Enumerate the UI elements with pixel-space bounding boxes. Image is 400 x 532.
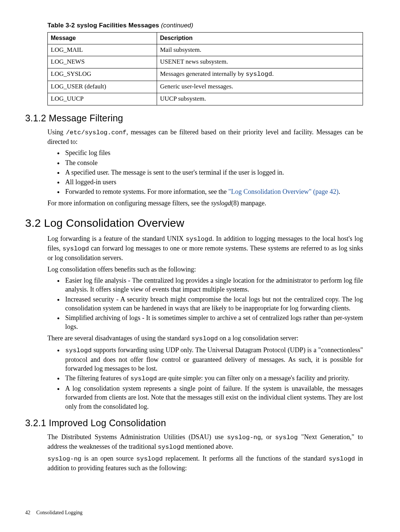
cell-message: LOG_UUCP [48,93,157,105]
paragraph: Using /etc/syslog.conf, messages can be … [47,128,363,146]
cell-message: LOG_USER (default) [48,81,157,93]
list-item: A log consolidation system represents a … [64,384,363,411]
heading-3-2-1: 3.2.1 Improved Log Consolidation [25,417,363,430]
table-caption: Table 3-2 syslog Facilities Messages (co… [47,21,363,30]
footer-title: Consolidated Logging [36,510,83,515]
table-header-row: Message Description [48,32,363,44]
table-row: LOG_USER (default) Generic user-level me… [48,81,363,93]
link-log-consolidation-overview[interactable]: "Log Consolidation Overview" (page 42) [228,188,339,195]
document-page: Table 3-2 syslog Facilities Messages (co… [0,0,400,532]
bullet-list: Specific log files The console A specifi… [47,148,363,196]
list-item: syslogd supports forwarding using UDP on… [64,346,363,373]
col-header-message: Message [48,32,157,44]
heading-3-1-2: 3.1.2 Message Filtering [25,112,363,125]
list-item: The console [64,158,363,167]
cell-description: Mail subsystem. [157,44,363,56]
facilities-table: Message Description LOG_MAIL Mail subsys… [47,32,363,105]
section-3-2-body: Log forwarding is a feature of the stand… [47,234,363,411]
list-item: Forwarded to remote systems. For more in… [64,187,363,196]
table-caption-continued: (continued) [161,22,193,29]
paragraph: Log consolidation offers benefits such a… [47,265,363,274]
cell-message: LOG_SYSLOG [48,68,157,81]
paragraph: Log forwarding is a feature of the stand… [47,234,363,262]
list-item: Specific log files [64,148,363,157]
table-row: LOG_NEWS USENET news subsystem. [48,56,363,68]
section-3-1-2-body: Using /etc/syslog.conf, messages can be … [47,128,363,208]
cell-description: UUCP subsystem. [157,93,363,105]
bullet-list: Easier log file analysis - The centraliz… [47,276,363,331]
cell-description: Messages generated internally by syslogd… [157,68,363,81]
cell-message: LOG_MAIL [48,44,157,56]
table-caption-title: Table 3-2 syslog Facilities Messages [47,22,161,29]
cell-description: Generic user-level messages. [157,81,363,93]
list-item: Increased security - A security breach m… [64,295,363,313]
paragraph: There are several disadvantages of using… [47,334,363,343]
list-item: Simplified archiving of logs - It is som… [64,313,363,331]
bullet-list: syslogd supports forwarding using UDP on… [47,346,363,411]
list-item: All logged-in users [64,178,363,186]
page-footer: 42Consolidated Logging [25,509,83,516]
table-row: LOG_MAIL Mail subsystem. [48,44,363,56]
col-header-description: Description [157,32,363,44]
table-row: LOG_UUCP UUCP subsystem. [48,93,363,105]
table-row: LOG_SYSLOG Messages generated internally… [48,68,363,81]
heading-3-2: 3.2 Log Consolidation Overview [25,216,363,231]
list-item: Easier log file analysis - The centraliz… [64,276,363,294]
paragraph: syslog-ng is an open source syslogd repl… [47,454,363,472]
cell-description: USENET news subsystem. [157,56,363,68]
section-3-2-1-body: The Distributed Systems Administration U… [47,432,363,472]
cell-message: LOG_NEWS [48,56,157,68]
page-number: 42 [25,510,30,515]
list-item: A specified user. The message is sent to… [64,168,363,177]
paragraph: The Distributed Systems Administration U… [47,432,363,452]
list-item: The filtering features of syslogd are qu… [64,374,363,383]
paragraph: For more information on configuring mess… [47,199,363,208]
